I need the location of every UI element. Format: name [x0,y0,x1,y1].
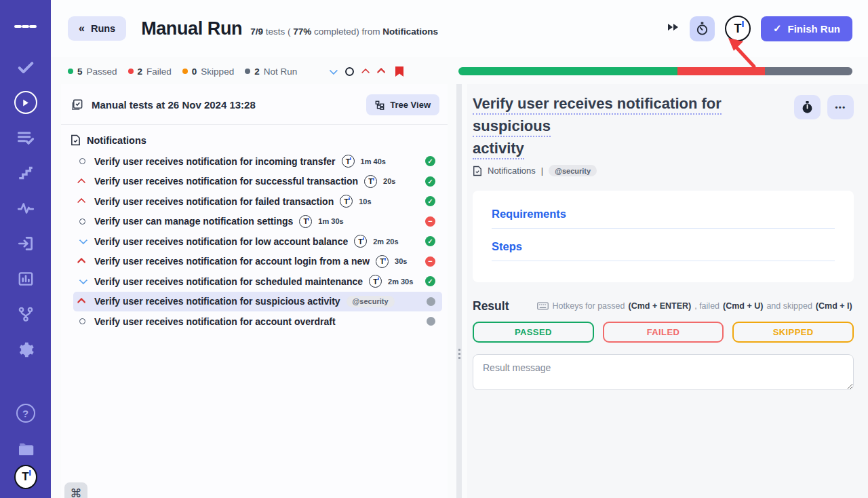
status-passed-icon [425,156,435,166]
test-row[interactable]: Verify user receives notification for fa… [73,191,442,212]
test-row[interactable]: Verify user receives notification for lo… [73,231,442,252]
priority-normal-icon [76,218,88,225]
detail-title: Verify user receives notification for su… [473,92,779,159]
test-row[interactable]: Verify user can manage notification sett… [73,212,442,232]
timer-button[interactable] [794,95,821,119]
skipped-button[interactable]: SKIPPED [732,322,854,343]
result-header: Result Hotkeys for passed (Cmd + ENTER) … [473,299,854,313]
test-row-selected[interactable]: Verify user receives notification for su… [73,292,442,312]
run-name: Manual tests at 26 Nov 2024 13:28 [92,99,256,111]
result-heading: Result [473,299,509,313]
branch-icon[interactable] [14,303,37,326]
progress-notrun-segment [765,67,852,75]
failed-dot-icon [128,69,134,74]
files-folder-icon[interactable] [14,437,37,460]
test-detail-panel: Verify user receives notification for su… [467,84,868,498]
duration: 2m 30s [388,277,413,286]
legend-passed: 5Passed [68,66,117,77]
progress-passed-segment [458,67,677,75]
passed-button[interactable]: PASSED [473,322,594,343]
run-progress-bar [458,67,852,75]
app-logo-icon[interactable] [14,465,37,489]
file-icon [71,134,81,146]
finish-run-button[interactable]: ✓ Finish Run [761,16,852,41]
test-row[interactable]: Verify user receives notification for ac… [73,311,442,332]
pulse-icon[interactable] [14,197,37,220]
result-message-input[interactable] [473,354,854,390]
testomat-logo-icon[interactable] [725,16,751,41]
detail-actions: ••• [794,95,854,119]
more-options-button[interactable]: ••• [827,95,854,119]
clipboard-check-icon [71,98,83,111]
double-chevron-up-icon[interactable] [379,71,385,72]
legend-skipped: 0Skipped [182,66,234,77]
test-title: Verify user receives notification for in… [94,156,336,167]
check-icon[interactable] [14,56,37,79]
fast-forward-icon[interactable] [667,22,679,35]
test-row[interactable]: Verify user receives notification for in… [73,151,442,172]
import-icon[interactable] [14,232,37,255]
steps-icon[interactable] [14,161,37,185]
status-passed-icon [425,236,435,246]
main-area: « Runs Manual Run 7/9 tests ( 77% comple… [51,0,868,498]
runs-play-icon[interactable] [14,91,37,114]
test-title: Verify user receives notification for ac… [94,256,370,267]
duration: 20s [383,177,395,185]
status-failed-icon [425,256,435,267]
status-row: 5Passed 2Failed 0Skipped 2Not Run [51,60,868,83]
test-row[interactable]: Verify user receives notification for su… [73,172,442,192]
bookmark-icon[interactable] [395,66,404,77]
priority-high-icon [76,178,88,185]
circle-icon[interactable] [345,67,354,76]
chevron-down-icon[interactable] [330,69,336,75]
failed-button[interactable]: FAILED [603,322,724,343]
priority-low-icon [76,278,88,284]
status-legend: 5Passed 2Failed 0Skipped 2Not Run [68,66,297,77]
breadcrumb-folder[interactable]: Notifications [488,166,536,176]
panel-resize-scrollbar[interactable] [456,84,462,498]
test-title: Verify user receives notification for sc… [94,276,363,287]
suite-folder[interactable]: Notifications [61,125,448,151]
steps-link[interactable]: Steps [492,240,835,261]
security-tag: @security [347,296,395,307]
help-icon[interactable]: ? [14,402,37,425]
chevron-up-icon[interactable] [363,69,370,75]
run-stats: 7/9 tests ( 77% completed) from Notifica… [250,26,438,37]
priority-filter-icons [330,66,404,77]
status-failed-icon [425,216,435,227]
timer-button[interactable] [690,16,715,41]
topbar: « Runs Manual Run 7/9 tests ( 77% comple… [51,0,868,57]
sections-card: Requirements Steps [473,191,854,282]
cmd-hotkey-button[interactable]: ⌘ [64,482,87,498]
back-to-runs-button[interactable]: « Runs [68,16,126,41]
analytics-icon[interactable] [14,267,37,290]
not-run-dot-icon [245,69,250,74]
status-passed-icon [425,196,435,206]
test-row[interactable]: Verify user receives notification for ac… [73,252,442,272]
test-title: Verify user receives notification for su… [94,296,340,307]
back-label: Runs [91,23,115,34]
duration: 1m 40s [361,157,386,166]
security-tag: @security [549,165,597,176]
passed-dot-icon [68,69,73,74]
duration: 10s [359,197,371,206]
test-row[interactable]: Verify user receives notification for sc… [73,271,442,292]
requirements-link[interactable]: Requirements [492,208,835,229]
check-icon: ✓ [773,22,782,35]
priority-urgent-icon [76,301,88,302]
testomat-badge-icon [354,235,367,248]
settings-gear-icon[interactable] [14,338,37,361]
ellipsis-icon: ••• [835,103,846,111]
tree-icon [375,100,384,110]
topbar-actions: ✓ Finish Run [667,16,868,41]
duration: 30s [395,257,407,265]
testomat-badge-icon [342,155,355,168]
results-list-icon[interactable] [14,126,37,149]
menu-icon[interactable] [14,15,37,38]
hotkeys-hint: Hotkeys for passed (Cmd + ENTER) , faile… [537,301,852,311]
duration: 2m 20s [373,237,398,246]
tree-view-button[interactable]: Tree View [366,94,439,115]
priority-normal-icon [76,158,88,164]
duration: 1m 30s [318,217,343,225]
status-passed-icon [425,176,435,187]
